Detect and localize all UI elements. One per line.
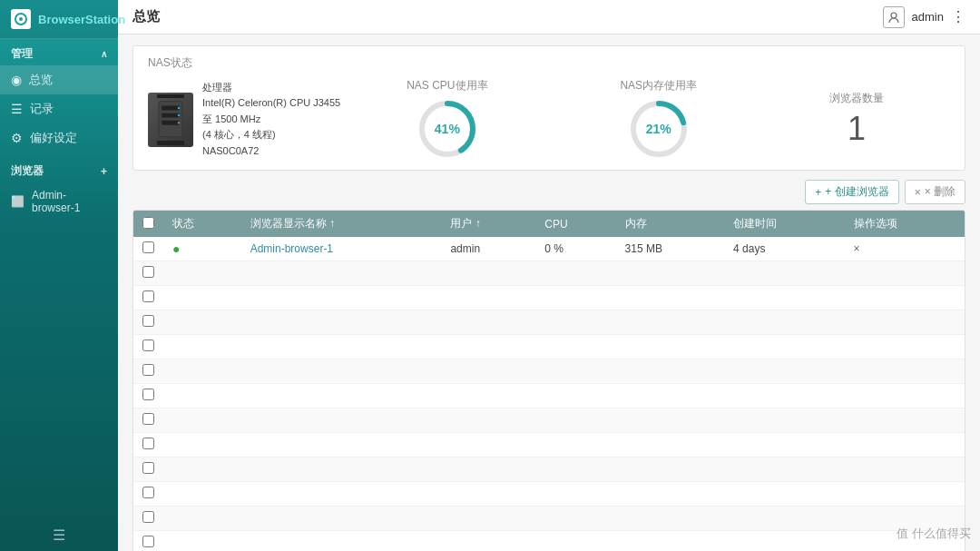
empty-row-checkbox[interactable] [142,315,154,327]
sidebar-bottom: ☰ [0,526,118,544]
svg-rect-5 [162,113,180,118]
empty-row [133,335,965,359]
processor-label: 处理器 [202,80,340,96]
browser-count-label: 浏览器数量 [829,91,884,106]
table-header-row: 状态 浏览器显示名称 ↑ 用户 ↑ CPU 内存 创建时间 操作选项 [133,211,965,237]
col-user[interactable]: 用户 ↑ [441,211,535,237]
browser-section-header: 浏览器 + [0,156,118,182]
content-area: NAS状态 [118,34,980,551]
browser-item-icon: ⬜ [11,195,24,208]
sidebar-item-settings[interactable]: ⚙ 偏好设定 [0,123,118,153]
sidebar-item-log[interactable]: ☰ 记录 [0,94,118,123]
status-indicator: ● [172,241,180,256]
empty-row-checkbox[interactable] [142,339,154,351]
overview-icon: ◉ [11,73,22,87]
empty-row-checkbox[interactable] [142,487,154,498]
empty-row [133,458,965,482]
empty-row [133,482,965,507]
empty-row [133,261,965,286]
empty-row-checkbox[interactable] [142,266,154,278]
table-body: ● Admin-browser-1 admin 0 % 315 MB 4 day… [133,237,965,551]
nas-device-icon [148,93,193,147]
delete-icon: × [915,186,921,199]
create-browser-button[interactable]: + + 创建浏览器 [805,180,898,204]
svg-point-2 [891,13,897,18]
topbar: 总览 admin ⋮ [118,0,980,34]
row-checkbox-cell [133,237,163,261]
hamburger-icon[interactable]: ☰ [53,526,65,544]
log-icon: ☰ [11,102,23,116]
col-created: 创建时间 [724,211,844,237]
manage-label: 管理 [11,46,33,62]
empty-row-checkbox[interactable] [142,511,154,523]
sidebar-logo: BrowserStation [0,0,118,39]
row-action: × [845,237,965,261]
nas-metrics: NAS CPU使用率 41% NAS内存使用率 [340,78,950,161]
empty-row-checkbox[interactable] [142,389,154,400]
table-row: ● Admin-browser-1 admin 0 % 315 MB 4 day… [133,237,965,261]
empty-row-checkbox[interactable] [142,462,154,474]
row-user: admin [441,237,535,261]
empty-row [133,507,965,531]
plus-icon: + [815,186,821,199]
empty-row-checkbox[interactable] [142,290,154,302]
row-memory: 315 MB [616,237,725,261]
processor-cores: (4 核心，4 线程) [202,127,340,143]
memory-metric: NAS内存使用率 21% [620,78,697,161]
sidebar: BrowserStation 管理 ∧ ◉ 总览 ☰ 记录 ⚙ 偏好设定 浏览器… [0,0,118,551]
empty-row [133,433,965,458]
row-created: 4 days [724,237,844,261]
svg-point-1 [19,17,23,21]
cpu-label: NAS CPU使用率 [407,78,487,93]
device-id: NAS0C0A72 [202,143,340,160]
empty-row [133,384,965,408]
row-checkbox[interactable] [142,241,154,253]
delete-row-icon[interactable]: × [854,242,860,255]
main-content: 总览 admin ⋮ NAS状态 [118,0,980,551]
browser-section-label: 浏览器 [11,163,44,179]
col-name[interactable]: 浏览器显示名称 ↑ [241,211,442,237]
empty-row [133,408,965,433]
empty-row [133,286,965,310]
settings-icon: ⚙ [11,131,23,145]
empty-row [133,310,965,335]
empty-row-checkbox[interactable] [142,413,154,425]
svg-point-9 [178,122,180,123]
processor-name: Intel(R) Celeron(R) CPU J3455 [202,95,340,112]
col-status: 状态 [163,211,241,237]
col-action: 操作选项 [845,211,965,237]
svg-point-8 [178,114,180,116]
app-logo-icon [11,9,31,29]
browser-link[interactable]: Admin-browser-1 [250,242,333,255]
select-all-checkbox[interactable] [142,217,154,229]
nas-status-row: 处理器 Intel(R) Celeron(R) CPU J3455 至 1500… [148,78,950,161]
action-bar: + + 创建浏览器 × × 删除 [132,180,965,204]
username-label: admin [912,10,944,24]
cpu-gauge: 41% [416,97,479,161]
cpu-value: 41% [435,122,460,136]
more-menu-icon[interactable]: ⋮ [951,8,965,25]
nas-status-section: NAS状态 [132,45,965,171]
sidebar-item-overview[interactable]: ◉ 总览 [0,65,118,94]
delete-button[interactable]: × × 删除 [905,180,965,204]
app-name: BrowserStation [38,13,125,26]
cpu-metric: NAS CPU使用率 41% [407,78,487,161]
empty-row-checkbox[interactable] [142,438,154,449]
browser-count-metric: 浏览器数量 1 [829,91,884,148]
empty-row-checkbox[interactable] [142,364,154,376]
memory-label: NAS内存使用率 [620,78,697,93]
browser-count-value: 1 [848,110,866,148]
row-name: Admin-browser-1 [241,237,442,261]
col-memory: 内存 [616,211,725,237]
empty-row-checkbox[interactable] [142,536,154,547]
add-browser-icon[interactable]: + [101,165,107,178]
browser-table-wrapper: 状态 浏览器显示名称 ↑ 用户 ↑ CPU 内存 创建时间 操作选项 ● Adm… [132,210,965,551]
chevron-up-icon[interactable]: ∧ [101,49,107,59]
nas-status-label: NAS状态 [148,55,950,71]
col-checkbox [133,211,163,237]
sidebar-item-admin-browser[interactable]: ⬜ Admin-browser-1 [0,182,118,221]
svg-rect-4 [162,106,180,111]
svg-point-7 [178,107,180,109]
page-title: 总览 [132,8,160,25]
col-cpu: CPU [535,211,615,237]
